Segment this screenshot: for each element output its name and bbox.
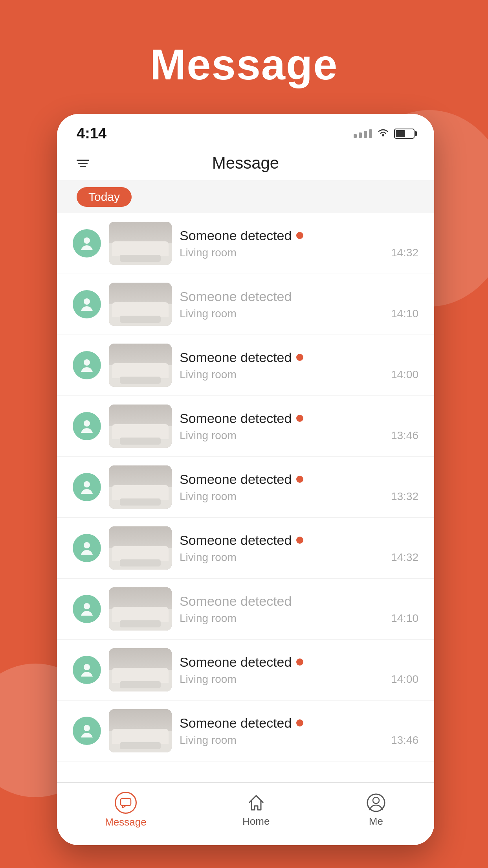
message-item[interactable]: Someone detected Living room 14:10 bbox=[57, 579, 434, 640]
bg-app-title: Message bbox=[0, 0, 488, 89]
thumbnail bbox=[109, 587, 172, 631]
message-item[interactable]: Someone detected Living room 14:00 bbox=[57, 640, 434, 701]
svg-point-7 bbox=[84, 603, 90, 609]
avatar-icon bbox=[73, 595, 101, 623]
message-item[interactable]: Someone detected Living room 14:10 bbox=[57, 274, 434, 335]
battery-icon bbox=[394, 129, 415, 139]
svg-point-5 bbox=[84, 481, 90, 487]
signal-bar-3 bbox=[364, 131, 367, 138]
thumbnail bbox=[109, 405, 172, 448]
message-content: Someone detected Living room 14:32 bbox=[180, 533, 418, 564]
person-icon bbox=[79, 418, 95, 434]
message-time: 14:32 bbox=[391, 246, 418, 259]
message-location: Living room bbox=[180, 551, 237, 564]
thumbnail bbox=[109, 526, 172, 570]
svg-point-3 bbox=[84, 359, 90, 366]
messages-list: Someone detected Living room 14:32 bbox=[57, 213, 434, 834]
person-icon bbox=[79, 479, 95, 495]
thumbnail-image bbox=[109, 283, 172, 326]
unread-dot bbox=[296, 232, 303, 239]
thumbnail-image bbox=[109, 465, 172, 509]
message-title-row: Someone detected bbox=[180, 655, 418, 670]
message-content: Someone detected Living room 13:46 bbox=[180, 411, 418, 442]
message-item[interactable]: Someone detected Living room 13:32 bbox=[57, 457, 434, 518]
message-subtitle-row: Living room 13:46 bbox=[180, 734, 418, 747]
message-title-row: Someone detected bbox=[180, 533, 418, 548]
nav-label-me: Me bbox=[369, 815, 383, 828]
message-item[interactable]: Someone detected Living room 13:46 bbox=[57, 701, 434, 761]
thumbnail bbox=[109, 344, 172, 387]
filter-button[interactable] bbox=[77, 160, 89, 167]
avatar-icon bbox=[73, 351, 101, 379]
message-title-row: Someone detected bbox=[180, 472, 418, 487]
avatar-icon bbox=[73, 717, 101, 745]
thumbnail bbox=[109, 222, 172, 265]
header-title: Message bbox=[212, 154, 279, 173]
thumbnail-image bbox=[109, 709, 172, 752]
filter-line-2 bbox=[78, 163, 88, 164]
thumbnail bbox=[109, 709, 172, 752]
message-item[interactable]: Someone detected Living room 13:46 bbox=[57, 396, 434, 457]
message-time: 14:10 bbox=[391, 612, 418, 625]
message-title-row: Someone detected bbox=[180, 289, 418, 304]
nav-label-message: Message bbox=[105, 816, 147, 828]
svg-point-12 bbox=[373, 797, 379, 804]
svg-point-4 bbox=[84, 420, 90, 427]
message-item[interactable]: Someone detected Living room 14:32 bbox=[57, 213, 434, 274]
message-location: Living room bbox=[180, 673, 237, 686]
nav-item-message[interactable]: Message bbox=[89, 788, 162, 832]
message-title: Someone detected bbox=[180, 594, 292, 609]
date-badge: Today bbox=[77, 187, 132, 207]
message-time: 13:46 bbox=[391, 429, 418, 442]
bottom-nav: Message Home Me bbox=[57, 782, 434, 845]
status-icons bbox=[354, 127, 415, 140]
person-icon bbox=[79, 235, 95, 252]
message-title: Someone detected bbox=[180, 715, 292, 731]
message-content: Someone detected Living room 14:00 bbox=[180, 655, 418, 686]
svg-point-9 bbox=[84, 725, 90, 731]
message-subtitle-row: Living room 14:32 bbox=[180, 551, 418, 564]
nav-item-me[interactable]: Me bbox=[350, 789, 402, 831]
message-title: Someone detected bbox=[180, 533, 292, 548]
message-location: Living room bbox=[180, 246, 237, 259]
message-content: Someone detected Living room 13:32 bbox=[180, 472, 418, 503]
unread-dot bbox=[296, 719, 303, 726]
message-nav-icon bbox=[115, 792, 137, 814]
avatar-icon bbox=[73, 412, 101, 440]
signal-bar-1 bbox=[354, 134, 357, 138]
svg-point-8 bbox=[84, 664, 90, 670]
message-subtitle-row: Living room 14:10 bbox=[180, 307, 418, 320]
nav-item-home[interactable]: Home bbox=[227, 789, 285, 831]
thumbnail-image bbox=[109, 587, 172, 631]
message-item[interactable]: Someone detected Living room 14:00 bbox=[57, 335, 434, 396]
avatar-icon bbox=[73, 534, 101, 562]
avatar-icon bbox=[73, 656, 101, 684]
page-header: Message bbox=[57, 146, 434, 181]
message-title: Someone detected bbox=[180, 228, 292, 243]
unread-dot bbox=[296, 537, 303, 544]
message-subtitle-row: Living room 14:00 bbox=[180, 368, 418, 381]
message-time: 14:10 bbox=[391, 307, 418, 320]
thumbnail bbox=[109, 283, 172, 326]
message-title: Someone detected bbox=[180, 472, 292, 487]
message-time: 13:32 bbox=[391, 490, 418, 503]
unread-dot bbox=[296, 658, 303, 666]
message-title: Someone detected bbox=[180, 411, 292, 426]
status-bar: 4:14 bbox=[57, 114, 434, 146]
message-location: Living room bbox=[180, 307, 237, 320]
message-location: Living room bbox=[180, 490, 237, 503]
person-icon bbox=[79, 296, 95, 313]
person-icon bbox=[79, 357, 95, 373]
avatar-icon bbox=[73, 290, 101, 318]
signal-bar-4 bbox=[369, 129, 372, 138]
person-icon bbox=[79, 601, 95, 617]
message-subtitle-row: Living room 14:00 bbox=[180, 673, 418, 686]
phone-frame: 4:14 bbox=[57, 114, 434, 845]
message-subtitle-row: Living room 14:32 bbox=[180, 246, 418, 259]
avatar-icon bbox=[73, 229, 101, 257]
person-icon bbox=[79, 723, 95, 739]
wifi-icon bbox=[377, 127, 389, 140]
battery-fill bbox=[396, 130, 405, 137]
svg-rect-10 bbox=[121, 798, 131, 805]
message-item[interactable]: Someone detected Living room 14:32 bbox=[57, 518, 434, 579]
